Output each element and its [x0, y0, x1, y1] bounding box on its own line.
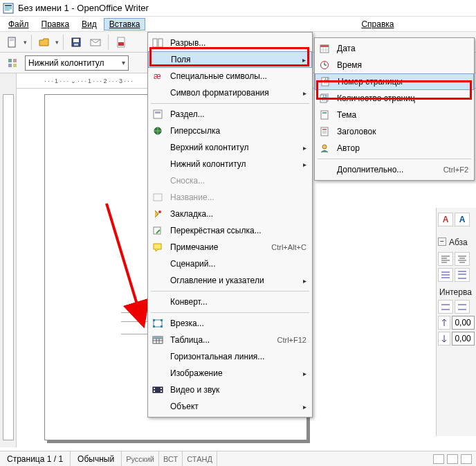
insert-section[interactable]: Раздел...: [148, 106, 312, 123]
insert-footer[interactable]: Нижний колонтитул ▸: [148, 156, 312, 172]
view-single-icon[interactable]: [433, 454, 444, 464]
svg-rect-48: [153, 319, 155, 321]
insert-fields[interactable]: Поля ▸: [148, 51, 312, 68]
field-subject[interactable]: Тема: [315, 107, 474, 123]
insert-envelope[interactable]: Конверт...: [148, 294, 312, 310]
insert-footnote: Сноска...: [148, 172, 312, 189]
insert-break[interactable]: Разрыв...: [148, 35, 312, 51]
svg-rect-49: [161, 319, 163, 321]
menu-separator: [318, 159, 471, 159]
view-multi-icon[interactable]: [447, 454, 458, 464]
pdf-button[interactable]: [113, 34, 129, 51]
submenu-arrow-icon: ▸: [303, 89, 306, 97]
paragraph-style-combo[interactable]: Нижний колонтитул ▾: [25, 55, 129, 71]
spacing-before-icon-2[interactable]: [455, 300, 470, 314]
movie-icon: [151, 384, 165, 396]
status-page[interactable]: Страница 1 / 1: [0, 451, 71, 466]
comment-icon: [151, 241, 165, 253]
view-book-icon[interactable]: [461, 454, 472, 464]
date-icon: [318, 42, 331, 55]
space-above-icon[interactable]: [438, 316, 450, 330]
email-button[interactable]: [87, 34, 104, 51]
svg-rect-46: [154, 244, 161, 249]
insert-hline[interactable]: Горизонтальная линия...: [148, 348, 312, 365]
space-below-icon[interactable]: [438, 332, 450, 346]
section-icon: [151, 108, 165, 120]
field-page-number[interactable]: # Номер страницы: [315, 73, 474, 90]
char-format-icon-2[interactable]: A: [455, 213, 470, 226]
svg-rect-9: [73, 39, 79, 42]
insert-frame[interactable]: Врезка...: [148, 315, 312, 332]
collapse-icon[interactable]: −: [438, 238, 446, 246]
menu-edit[interactable]: Правка: [36, 18, 75, 30]
svg-rect-79: [322, 129, 327, 130]
table-icon: [151, 334, 165, 346]
break-icon: [151, 37, 165, 49]
insert-object[interactable]: Объект ▸: [148, 398, 312, 415]
svg-rect-7: [10, 40, 14, 41]
svg-rect-62: [161, 391, 162, 392]
indexes-icon: [151, 274, 165, 287]
header-icon: [151, 141, 165, 154]
insert-cross-ref[interactable]: Перекрёстная ссылка...: [148, 222, 312, 239]
svg-rect-59: [154, 388, 155, 389]
other-shortcut: Ctrl+F2: [443, 165, 468, 174]
svg-rect-3: [5, 8, 12, 9]
spacing-icon-2[interactable]: [455, 268, 470, 282]
menu-insert[interactable]: Вставка: [104, 18, 146, 30]
status-style[interactable]: Обычный: [71, 451, 122, 466]
styles-button[interactable]: [4, 55, 21, 71]
svg-point-82: [322, 145, 327, 149]
align-center-icon[interactable]: [455, 252, 470, 266]
status-insert[interactable]: ВСТ: [159, 451, 183, 466]
menu-file[interactable]: Файл: [3, 18, 35, 30]
field-page-count[interactable]: # Количество страниц: [315, 90, 474, 107]
svg-rect-43: [154, 194, 162, 201]
field-date[interactable]: Дата: [315, 40, 474, 57]
svg-rect-61: [161, 388, 162, 389]
envelope-icon: [151, 296, 165, 308]
submenu-arrow-icon: ▸: [303, 161, 306, 168]
field-title[interactable]: Заголовок: [315, 123, 474, 140]
status-lang[interactable]: Русский: [122, 451, 159, 466]
insert-formatting-mark[interactable]: Символ форматирования ▸: [148, 84, 312, 101]
space-above-spinner[interactable]: 0,00: [452, 316, 475, 330]
save-button[interactable]: [68, 34, 84, 51]
svg-rect-51: [161, 325, 163, 328]
field-author[interactable]: Автор: [315, 140, 474, 156]
spacing-before-icon-1[interactable]: [438, 300, 453, 314]
space-below-spinner[interactable]: 0,00: [452, 332, 475, 346]
align-left-icon[interactable]: [438, 252, 453, 266]
status-view-icons: [429, 454, 476, 464]
insert-table[interactable]: Таблица... Ctrl+F12: [148, 332, 312, 348]
spacing-icon-1[interactable]: [438, 268, 453, 282]
object-icon: [151, 400, 165, 413]
svg-text:æ: æ: [154, 71, 161, 81]
open-button[interactable]: [36, 34, 53, 51]
status-std[interactable]: СТАНД: [183, 451, 217, 466]
fields-icon: [152, 53, 165, 66]
svg-line-18: [107, 204, 141, 318]
char-format-icon-1[interactable]: A: [438, 213, 453, 226]
caption-icon: [151, 191, 165, 204]
insert-bookmark[interactable]: Закладка...: [148, 206, 312, 222]
insert-comment[interactable]: Примечание Ctrl+Alt+C: [148, 239, 312, 256]
insert-hyperlink[interactable]: Гиперссылка: [148, 123, 312, 139]
chevron-down-icon: ▾: [122, 59, 125, 66]
insert-image[interactable]: Изображение ▸: [148, 365, 312, 382]
new-doc-button[interactable]: [4, 34, 21, 51]
menu-help[interactable]: Справка: [356, 18, 399, 30]
field-time[interactable]: Время: [315, 57, 474, 73]
svg-rect-1: [5, 5, 12, 6]
insert-movie[interactable]: Видео и звук: [148, 382, 312, 398]
insert-script[interactable]: Сценарий...: [148, 256, 312, 272]
insert-special-chars[interactable]: æ Специальные символы...: [148, 68, 312, 84]
svg-point-44: [158, 210, 161, 213]
insert-header[interactable]: Верхний колонтитул ▸: [148, 139, 312, 156]
field-other[interactable]: Дополнительно... Ctrl+F2: [315, 161, 474, 178]
insert-indexes[interactable]: Оглавление и указатели ▸: [148, 272, 312, 289]
svg-rect-50: [153, 325, 155, 328]
menu-separator: [151, 103, 309, 104]
menu-view[interactable]: Вид: [76, 18, 102, 30]
cross-ref-icon: [151, 224, 165, 237]
